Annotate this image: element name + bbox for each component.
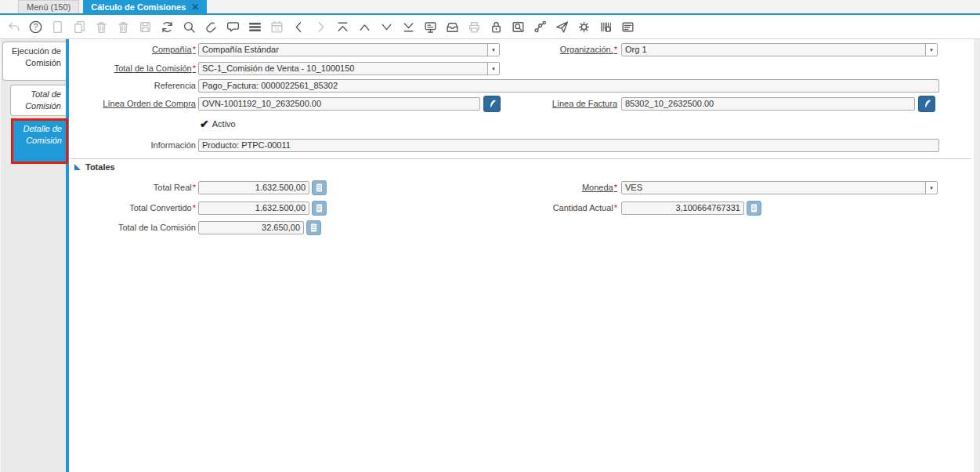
linea-factura-field[interactable]: 85302_10_2632500.00 xyxy=(621,97,915,111)
svg-text:31: 31 xyxy=(274,26,279,31)
report-icon[interactable] xyxy=(620,19,635,34)
chevron-down-icon[interactable]: ▾ xyxy=(925,44,937,56)
total-real-field[interactable]: 1.632.500,00 xyxy=(198,181,309,194)
cantidad-actual-calculator-button[interactable] xyxy=(747,201,761,216)
svg-text:?: ? xyxy=(33,22,38,31)
label-total-convertido: Total Convertido xyxy=(47,202,196,215)
first-record-icon[interactable] xyxy=(335,19,350,34)
chat-icon[interactable] xyxy=(225,19,240,34)
workflow-icon[interactable] xyxy=(532,19,548,34)
calculator-icon xyxy=(314,183,324,193)
zoom-edit-icon xyxy=(921,99,932,110)
section-divider xyxy=(71,158,971,159)
calculator-icon xyxy=(314,203,324,213)
organizacion-value: Org 1 xyxy=(622,44,925,56)
label-referencia: Referencia xyxy=(47,79,196,93)
label-linea-de-factura[interactable]: Línea de Factura xyxy=(478,97,617,111)
organizacion-combobox[interactable]: Org 1 ▾ xyxy=(621,43,938,56)
total-comision-calculator-button[interactable] xyxy=(306,220,321,235)
delete-selection-icon xyxy=(115,19,131,34)
informacion-field[interactable]: Producto: PTPC-00011 xyxy=(198,139,939,152)
cantidad-actual-field[interactable]: 3,100664767331 xyxy=(621,202,744,215)
referencia-field[interactable]: Pago_Factura: 0000022561_85302 xyxy=(198,79,939,93)
new-record-icon xyxy=(49,19,65,34)
compania-combobox[interactable]: Compañía Estándar ▾ xyxy=(198,43,500,56)
calendar-icon: 31 xyxy=(269,19,284,34)
total-comision-value: SC-1_Comisión de Venta - 10_1000150 xyxy=(199,63,487,74)
label-informacion: Información xyxy=(47,139,196,152)
label-organizacion[interactable]: Organización. xyxy=(478,43,617,56)
toolbar: ?31 xyxy=(0,15,980,39)
collapse-triangle-icon xyxy=(74,164,81,170)
total-comision-combobox[interactable]: SC-1_Comisión de Venta - 10_1000150 ▾ xyxy=(198,62,500,75)
label-compania[interactable]: Compañía xyxy=(47,43,196,56)
parent-record-icon[interactable] xyxy=(356,19,372,34)
next-record-icon xyxy=(313,19,328,34)
tab-menu[interactable]: Menú (150) xyxy=(18,0,79,13)
chevron-down-icon[interactable]: ▾ xyxy=(487,63,499,74)
find-icon[interactable] xyxy=(181,19,197,34)
totales-group-header[interactable]: Totales xyxy=(74,162,115,172)
ignore-changes-icon xyxy=(5,19,21,34)
refresh-icon[interactable] xyxy=(159,19,175,34)
last-record-icon[interactable] xyxy=(400,19,416,34)
activo-checkbox[interactable]: ✔ Activo xyxy=(200,118,236,130)
linea-factura-zoom-button[interactable] xyxy=(918,96,935,112)
delete-record-icon xyxy=(93,19,109,34)
total-convertido-calculator-button[interactable] xyxy=(312,201,327,216)
save-icon xyxy=(137,19,153,34)
moneda-value: VES xyxy=(622,182,925,194)
label-linea-orden-de-compra[interactable]: Línea Orden de Compra xyxy=(47,97,196,111)
previous-record-icon[interactable] xyxy=(291,19,306,34)
print-icon xyxy=(466,19,482,34)
label-total-de-la-comision-monto: Total de la Comisión xyxy=(47,221,196,234)
send-mail-icon[interactable] xyxy=(554,19,570,34)
tab-calculo-de-comisiones[interactable]: Cálculo de Comisiones ✕ xyxy=(83,0,207,13)
workflow-activities-icon[interactable] xyxy=(422,19,438,34)
calculator-icon xyxy=(309,223,319,233)
vertical-scrollbar[interactable] xyxy=(974,39,980,472)
tab-label: Cálculo de Comisiones xyxy=(91,2,186,12)
label-total-real: Total Real xyxy=(47,181,196,194)
grid-toggle-icon[interactable] xyxy=(247,19,262,34)
moneda-combobox[interactable]: VES ▾ xyxy=(621,181,938,194)
chevron-down-icon[interactable]: ▾ xyxy=(925,182,937,194)
calculator-icon xyxy=(749,203,759,213)
copy-record-icon xyxy=(71,19,87,34)
label-moneda[interactable]: Moneda xyxy=(478,181,617,194)
attachment-icon[interactable] xyxy=(203,19,219,34)
window-content: Ejecución de Comisión Total de Comisión … xyxy=(0,39,980,472)
label-cantidad-actual: Cantidad Actual xyxy=(478,202,617,215)
zoom-across-icon[interactable] xyxy=(510,19,526,34)
lock-record-icon[interactable] xyxy=(488,19,504,34)
help-icon[interactable]: ? xyxy=(27,19,43,34)
window-tab-bar: Menú (150) Cálculo de Comisiones ✕ xyxy=(0,0,980,15)
total-comision-monto-field[interactable]: 32.650,00 xyxy=(198,221,304,234)
compania-value: Compañía Estándar xyxy=(199,44,487,56)
product-info-icon[interactable] xyxy=(598,19,613,34)
close-tab-icon[interactable]: ✕ xyxy=(191,2,199,12)
linea-orden-compra-field[interactable]: OVN-1001192_10_2632500.00 xyxy=(198,97,480,111)
activo-label: Activo xyxy=(212,119,236,129)
preferences-icon[interactable] xyxy=(576,19,591,34)
detail-record-icon[interactable] xyxy=(378,19,394,34)
total-real-calculator-button[interactable] xyxy=(312,180,327,195)
totales-group-title: Totales xyxy=(85,162,115,172)
archive-icon[interactable] xyxy=(444,19,460,34)
label-total-de-la-comision[interactable]: Total de la Comisión xyxy=(47,62,196,75)
checkmark-icon: ✔ xyxy=(200,118,209,129)
total-convertido-field[interactable]: 1.632.500,00 xyxy=(198,202,309,215)
